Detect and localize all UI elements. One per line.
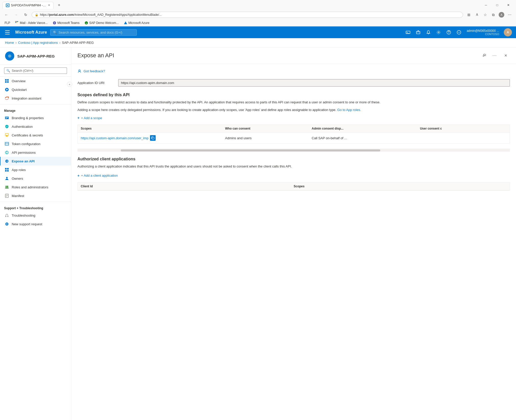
bookmark-flp[interactable]: FLP [3,21,12,25]
scopes-horizontal-scrollbar[interactable] [77,149,510,152]
support-section-label: Support + Troubleshooting [0,203,71,211]
sidebar-item-token[interactable]: Token configuration [0,139,71,148]
maximize-button[interactable]: □ [492,2,502,9]
user-avatar[interactable]: A [504,28,512,36]
feedback-text: Got feedback? [84,69,105,73]
search-box-inner[interactable]: 🔍 [4,67,67,74]
sidebar-item-overview[interactable]: Overview [0,77,71,85]
svg-text:S: S [86,22,87,24]
window-controls: ─ □ ✕ [481,2,513,9]
sidebar-search-input[interactable] [12,69,65,73]
close-window-button[interactable]: ✕ [503,2,513,9]
branding-label: Branding & properties [12,116,44,120]
forward-button[interactable]: → [12,11,20,18]
col-client-id: Client Id [81,185,294,188]
back-button[interactable]: ← [3,11,10,18]
settings-icon[interactable]: ⋯ [506,11,513,18]
sidebar-item-troubleshooting[interactable]: Troubleshooting [0,211,71,220]
copy-scope-button[interactable] [150,135,156,141]
api-permissions-label: API permissions [12,151,36,155]
consent-cell: Admins and users [225,136,312,140]
svg-point-48 [6,177,8,178]
favicon [6,4,9,7]
right-panel: Expose an API ··· ✕ Got feedback? [71,47,516,420]
feedback-portal-icon[interactable] [454,28,464,37]
pin-button[interactable] [480,51,488,60]
app-id-uri-input[interactable] [118,79,510,87]
quickstart-icon [5,87,9,92]
close-tab-button[interactable]: ✕ [48,4,50,7]
sidebar-item-manifest[interactable]: Manifest [0,191,71,200]
lock-icon: 🔒 [35,13,38,17]
breadcrumb-app-reg[interactable]: Contoso | App registrations [18,41,58,45]
svg-rect-12 [416,31,420,34]
authorized-desc: Authorizing a client application indicat… [77,164,510,169]
browser-chrome: SAPODATAAPIMPM4 - Microsof... ✕ + ─ □ ✕ … [0,0,516,26]
api-permissions-icon [5,150,9,155]
azure-search-input[interactable] [59,31,134,34]
close-panel-button[interactable]: ✕ [502,51,510,60]
hamburger-menu[interactable] [4,28,12,36]
bookmark-azure[interactable]: Microsoft Azure [122,21,152,25]
minimize-button[interactable]: ─ [481,2,491,9]
sidebar-item-expose-api[interactable]: Expose an API [0,157,71,165]
add-client-app-button[interactable]: + + Add a client application [77,172,510,179]
sidebar-item-api-permissions[interactable]: API permissions [0,148,71,157]
favorites-icon[interactable]: ☆ [481,11,489,18]
profile-icon[interactable]: A [498,11,505,18]
sidebar-item-owners[interactable]: Owners [0,174,71,183]
help-icon[interactable] [444,28,453,37]
new-tab-button[interactable]: + [56,2,63,9]
go-to-app-roles-link[interactable]: Go to App roles. [337,108,361,112]
sidebar-item-authentication[interactable]: Authentication [0,122,71,131]
sidebar-item-certificates[interactable]: Certificates & secrets [0,131,71,139]
quickstart-label: Quickstart [12,88,27,92]
notifications-icon[interactable] [424,28,433,37]
app-roles-label: App roles [12,168,26,172]
add-scope-button[interactable]: + + Add a scope [77,114,510,121]
sap-icon: S [85,21,88,25]
svg-rect-26 [7,81,9,83]
scrollbar-thumb[interactable] [121,149,380,151]
sidebar-item-app-roles[interactable]: App roles [0,165,71,174]
scope-cell: https://api.custom-apim.domain.com/user_… [81,135,225,141]
azure-logo: Microsoft Azure [15,30,47,35]
bookmark-mail[interactable]: Mail - Adele Vance... [13,21,50,25]
svg-rect-44 [5,168,7,170]
feedback-bar[interactable]: Got feedback? [77,69,510,73]
bookmark-teams[interactable]: T Microsoft Teams [51,21,82,25]
sidebar-item-branding[interactable]: Branding & properties [0,114,71,122]
svg-rect-62 [152,137,154,139]
read-aloud-icon[interactable]: Ａ [473,11,481,18]
breadcrumb-sep-2: › [59,41,60,45]
svg-rect-46 [5,170,7,172]
directory-icon[interactable] [414,28,423,37]
topbar-icons [403,28,464,37]
more-options-button[interactable]: ··· [491,51,499,60]
svg-point-13 [418,30,419,31]
mail-label: Mail - Adele Vance... [20,21,48,25]
svg-rect-30 [5,117,9,119]
tab-search-icon[interactable]: ⊞ [465,11,473,18]
azure-topbar: Microsoft Azure 🔍 admin@M365x00000 ... C… [0,26,516,38]
scope-link[interactable]: https://api.custom-apim.domain.com/user_… [81,136,148,140]
panel-title: Expose an API [77,52,114,59]
sidebar-item-integration[interactable]: Integration assistant [0,94,71,103]
sidebar-item-roles-admin[interactable]: Roles and administrators [0,183,71,191]
browser-tab[interactable]: SAPODATAAPIMPM4 - Microsof... ✕ [3,2,53,9]
azure-search-bar[interactable]: 🔍 [50,29,137,36]
bookmark-sap[interactable]: S SAP Demo Welcom... [83,21,121,25]
address-bar[interactable]: 🔒 https://portal.azure.com/#view/Microso… [32,12,463,18]
refresh-button[interactable]: ↻ [22,11,30,18]
authentication-icon [5,124,9,129]
breadcrumb-home[interactable]: Home [5,41,14,45]
ellipsis-icon: ··· [493,53,497,58]
svg-point-41 [8,144,8,144]
cloud-shell-icon[interactable] [403,28,413,37]
authorized-section: Authorized client applications Authorizi… [77,157,510,169]
sidebar-item-new-support[interactable]: New support request [0,220,71,228]
settings-gear-icon[interactable] [434,28,443,37]
collections-icon[interactable]: ⧉ [490,11,497,18]
collapse-sidebar-button[interactable]: « [67,82,72,87]
sidebar-item-quickstart[interactable]: Quickstart [0,85,71,94]
